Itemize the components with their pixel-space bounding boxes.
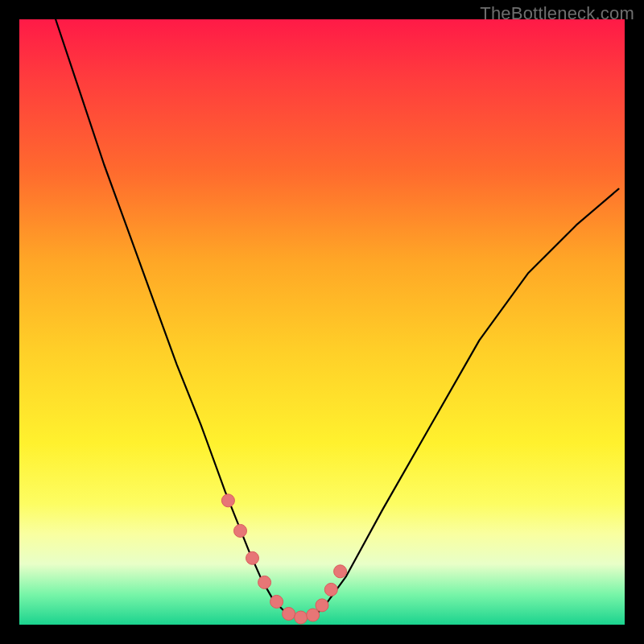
marker-dot xyxy=(221,494,234,507)
curve-markers xyxy=(221,494,346,624)
marker-dot xyxy=(270,595,283,608)
marker-dot xyxy=(234,524,247,537)
bottleneck-curve-plot xyxy=(19,19,625,625)
marker-dot xyxy=(283,608,295,621)
chart-area xyxy=(19,19,625,625)
marker-dot xyxy=(324,583,337,596)
watermark-text: TheBottleneck.com xyxy=(480,3,634,24)
marker-dot xyxy=(295,611,308,624)
marker-dot xyxy=(258,576,271,588)
marker-dot xyxy=(316,599,328,612)
marker-dot xyxy=(334,565,347,578)
marker-dot xyxy=(246,551,259,564)
marker-dot xyxy=(307,609,320,621)
curve-line xyxy=(56,19,618,617)
